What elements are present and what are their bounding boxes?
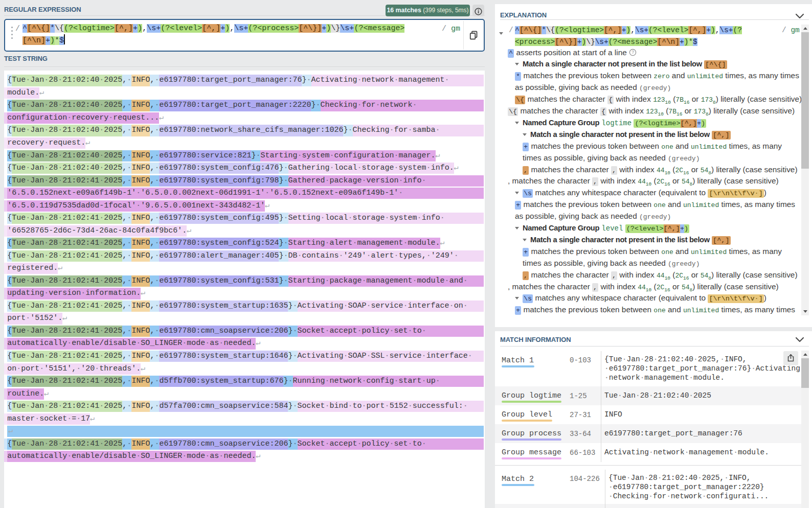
svg-text:?: ? — [631, 50, 634, 55]
